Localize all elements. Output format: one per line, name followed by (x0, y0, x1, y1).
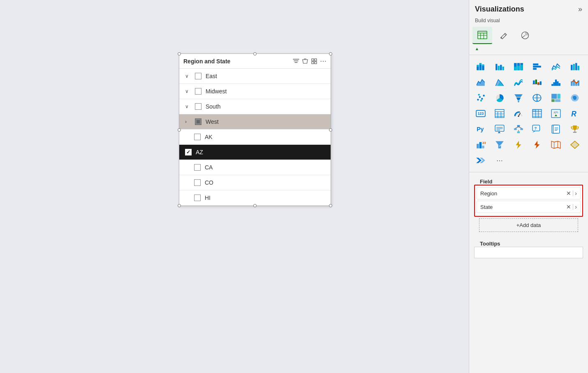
chevron-right-icon[interactable]: › (575, 190, 577, 197)
viz-paginated[interactable] (548, 122, 564, 137)
svg-rect-18 (482, 66, 484, 70)
viz-custom-visual[interactable]: 23 (472, 137, 489, 152)
viz-filled-map[interactable] (567, 90, 583, 105)
resize-handle-ml[interactable] (178, 128, 181, 132)
list-item[interactable]: ∨ South (179, 99, 331, 114)
svg-rect-23 (502, 67, 504, 70)
resize-handle-bc[interactable] (253, 204, 257, 207)
list-item[interactable]: ✓ AZ (179, 145, 331, 160)
viz-bar-chart[interactable] (529, 59, 545, 74)
viz-area-chart[interactable] (472, 75, 489, 90)
viz-kpi[interactable]: KPI (548, 106, 564, 121)
viz-icon-table[interactable] (472, 27, 492, 44)
close-icon[interactable]: ✕ (566, 190, 571, 197)
viz-smart-narrative[interactable] (491, 122, 508, 137)
viz-matrix[interactable] (529, 106, 545, 121)
viz-mountain-chart[interactable] (491, 75, 508, 90)
list-item[interactable]: › West (179, 114, 331, 130)
viz-gauge[interactable] (510, 106, 527, 121)
checkbox-west[interactable] (195, 118, 201, 125)
expand-icon[interactable] (311, 58, 317, 65)
checkmark-az: ✓ (186, 149, 190, 155)
viz-lightning1[interactable] (510, 137, 527, 152)
svg-rect-9 (478, 31, 487, 33)
svg-point-59 (478, 94, 479, 95)
checkbox-hi[interactable] (194, 195, 201, 201)
svg-rect-93 (495, 125, 504, 131)
viz-trophy[interactable] (567, 122, 583, 137)
svg-rect-14 (477, 67, 479, 70)
close-icon-state[interactable]: ✕ (566, 204, 571, 210)
clear-icon[interactable] (302, 58, 308, 65)
viz-scatter[interactable] (472, 90, 489, 105)
viz-map2[interactable] (548, 137, 564, 152)
chevron-down-icon: ∨ (185, 73, 192, 79)
viz-funnel[interactable] (510, 90, 527, 105)
resize-handle-bl[interactable] (178, 204, 181, 207)
viz-treemap[interactable] (548, 90, 564, 105)
viz-clustered-bar[interactable] (491, 59, 508, 74)
viz-python-script[interactable]: Py (472, 122, 489, 137)
viz-icon-format[interactable] (494, 27, 514, 44)
field-item-state[interactable]: State ✕ › (477, 201, 581, 213)
add-data-button[interactable]: +Add data (479, 218, 578, 232)
svg-line-13 (522, 35, 525, 38)
checkbox-ca[interactable] (194, 164, 201, 171)
list-item[interactable]: AK (179, 130, 331, 145)
viz-histogram[interactable] (548, 75, 564, 90)
viz-ribbon-chart[interactable] (510, 75, 527, 90)
list-item[interactable]: CA (179, 160, 331, 175)
viz-line-chart[interactable] (548, 59, 564, 74)
viz-r-script[interactable]: R (567, 106, 583, 121)
svg-rect-1 (315, 59, 317, 61)
list-item[interactable]: ∨ East (179, 69, 331, 84)
viz-stacked-bar[interactable] (472, 59, 489, 74)
active-indicator: ▲ (475, 46, 479, 51)
viz-column-chart[interactable] (567, 59, 583, 74)
viz-waterfall[interactable] (529, 75, 545, 90)
resize-handle-tr[interactable] (329, 52, 332, 56)
svg-rect-46 (553, 82, 555, 86)
viz-diamond[interactable] (567, 137, 583, 152)
panel-expand-icon[interactable]: » (578, 5, 582, 14)
list-item[interactable]: CO (179, 175, 331, 190)
chevron-right-icon-state[interactable]: › (575, 204, 577, 210)
more-icon[interactable]: ⋯ (320, 57, 326, 65)
field-divider-state (573, 204, 573, 210)
checkbox-co[interactable] (194, 179, 201, 186)
filter-icon[interactable] (293, 58, 299, 65)
viz-lightning2[interactable] (529, 137, 545, 152)
viz-100-stacked-bar[interactable] (510, 59, 527, 74)
viz-card[interactable]: 123 (472, 106, 489, 121)
field-section: Field Region ✕ › State ✕ › + (469, 175, 588, 237)
checkbox-ak[interactable] (194, 134, 201, 140)
svg-text:123: 123 (478, 111, 484, 116)
viz-map[interactable] (529, 90, 545, 105)
list-item[interactable]: ∨ Midwest (179, 84, 331, 99)
svg-rect-45 (551, 84, 553, 86)
field-item-region[interactable]: Region ✕ › (477, 187, 581, 199)
viz-pie-chart[interactable] (491, 90, 508, 105)
viz-decomposition[interactable] (510, 122, 527, 137)
viz-more-visuals[interactable]: ⋯ (491, 153, 508, 168)
field-box: Region ✕ › State ✕ › (474, 185, 583, 217)
svg-rect-20 (495, 64, 497, 70)
viz-chevron-visual[interactable] (472, 153, 489, 168)
resize-handle-mr[interactable] (329, 128, 332, 132)
resize-handle-br[interactable] (329, 204, 332, 207)
viz-table[interactable] (491, 106, 508, 121)
checkbox-az[interactable]: ✓ (185, 149, 192, 155)
checkbox-midwest[interactable] (195, 88, 201, 95)
resize-handle-tl[interactable] (178, 52, 181, 56)
svg-rect-41 (535, 79, 537, 84)
resize-handle-tc[interactable] (253, 52, 257, 56)
viz-filter-visual[interactable]: ✓ (491, 137, 508, 152)
right-panel: Visualizations » Build visual (469, 0, 588, 373)
viz-combo-chart[interactable] (567, 75, 583, 90)
viz-qna[interactable]: ? (529, 122, 545, 137)
viz-icon-analytics[interactable] (515, 27, 535, 44)
checkbox-south[interactable] (195, 103, 201, 110)
checkbox-east[interactable] (195, 73, 201, 79)
list-item[interactable]: HI (179, 190, 331, 206)
svg-line-10 (505, 34, 506, 35)
